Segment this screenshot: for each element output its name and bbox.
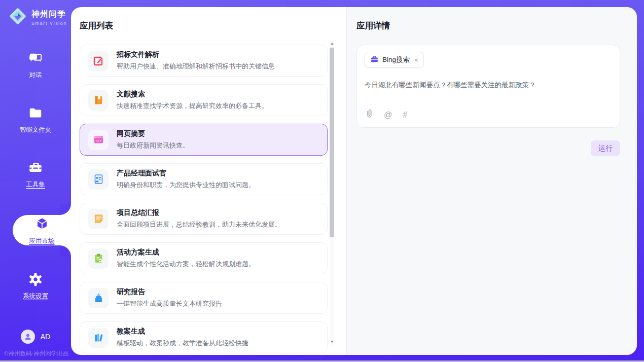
app-card-lesson-plan[interactable]: 教案生成 模板驱动，教案秒成，教学准备从此轻松快捷	[80, 321, 328, 353]
app-card-desc: 快速精准查找学术资源，提高研究效率的必备工具。	[117, 101, 268, 111]
main-content: 应用列表 招标文件解析 帮助用户快速、准确地理解和解析招标书中的关键信息	[71, 7, 637, 355]
webpage-code-icon: </>	[88, 130, 109, 150]
hashtag-icon[interactable]: #	[403, 111, 407, 120]
interview-doc-icon	[88, 169, 109, 190]
user-account[interactable]: AD	[0, 330, 71, 344]
copyright-text: ©神州数码·神州问学出品	[4, 350, 68, 357]
active-curve-bottom	[60, 245, 71, 257]
sidebar-item-label: 智能文件夹	[20, 126, 52, 134]
app-list-panel: 应用列表 招标文件解析 帮助用户快速、准确地理解和解析招标书中的关键信息	[71, 7, 346, 355]
toolbox-icon	[28, 160, 43, 177]
app-card-webpage-summary[interactable]: </> 网页摘要 每日政府新闻资讯快查。	[80, 124, 328, 156]
sidebar-item-label: 应用市场	[29, 237, 55, 245]
app-card-desc: 一键智能生成高质量长文本研究报告	[117, 299, 222, 308]
app-card-name: 项目总结汇报	[117, 208, 281, 218]
sidebar-nav: 对话 智能文件夹	[0, 51, 71, 300]
chip-close-icon[interactable]: ×	[414, 56, 418, 64]
run-row: 运行	[356, 140, 620, 156]
clipboard-check-icon	[88, 248, 109, 269]
brand-diamond-icon	[8, 7, 27, 28]
memo-icon	[88, 209, 109, 229]
sidebar-item-label: 对话	[29, 71, 42, 80]
app-card-name: 研究报告	[117, 287, 222, 297]
user-name: AD	[41, 333, 50, 341]
cube-icon	[34, 215, 50, 233]
app-card-name: 教案生成	[117, 327, 248, 336]
app-card-tender-doc[interactable]: 招标文件解析 帮助用户快速、准确地理解和解析招标书中的关键信息	[80, 45, 328, 77]
app-list: 招标文件解析 帮助用户快速、准确地理解和解析招标书中的关键信息 文献搜索	[80, 45, 328, 353]
app-detail-panel: 应用详情 Bing搜索 × 今日湖北有哪些新闻要点？有哪些需要关注的最新政策？	[346, 7, 637, 355]
scrollbar-up-arrow[interactable]	[330, 41, 334, 47]
app-card-desc: 智能生成个性化活动方案，轻松解决规划难题。	[117, 260, 255, 269]
run-button[interactable]: 运行	[591, 140, 620, 156]
tool-chip-bing-search[interactable]: Bing搜索 ×	[365, 52, 424, 68]
avatar	[21, 330, 35, 344]
app-list-title: 应用列表	[80, 20, 346, 31]
app-card-name: 活动方案生成	[117, 248, 255, 257]
tool-chip-label: Bing搜索	[382, 55, 410, 64]
app-card-name: 招标文件解析	[117, 50, 275, 59]
sidebar-item-smart-folder[interactable]: 智能文件夹	[0, 105, 71, 134]
app-list-scrollbar[interactable]	[330, 41, 334, 345]
chat-icon	[28, 51, 43, 67]
tender-doc-icon	[88, 51, 109, 71]
app-window: 神州问学 Smart Vision 对话	[0, 0, 644, 362]
briefcase-icon	[370, 55, 379, 65]
app-card-desc: 明确身份和职责，为您提供专业性的面试问题。	[117, 180, 255, 190]
app-card-name: 文献搜索	[117, 90, 268, 99]
sidebar-item-settings[interactable]: 系统设置	[0, 272, 71, 300]
folder-icon	[28, 105, 43, 122]
svg-text:</>: </>	[95, 139, 101, 143]
app-card-research-report[interactable]: 研究报告 一键智能生成高质量长文本研究报告	[80, 282, 328, 314]
app-card-name: 网页摘要	[117, 129, 189, 138]
composer-actions: @ #	[366, 109, 407, 121]
app-card-desc: 模板驱动，教案秒成，教学准备从此轻松快捷	[117, 339, 248, 348]
attachment-icon[interactable]	[366, 109, 373, 121]
app-card-pm-interviewer[interactable]: 产品经理面试官 明确身份和职责，为您提供专业性的面试问题。	[80, 163, 328, 195]
brand-logo: 神州问学 Smart Vision	[0, 0, 71, 28]
sidebar-item-app-market[interactable]: 应用市场	[13, 215, 71, 245]
brand-name: 神州问学	[31, 9, 67, 20]
mention-icon[interactable]: @	[384, 111, 392, 120]
app-card-name: 产品经理面试官	[117, 169, 255, 178]
scrollbar-down-arrow[interactable]	[330, 339, 334, 345]
app-card-literature-search[interactable]: 文献搜索 快速精准查找学术资源，提高研究效率的必备工具。	[80, 84, 328, 116]
sidebar-item-label: 工具集	[26, 180, 45, 189]
app-card-project-summary[interactable]: 项目总结汇报 全面回顾项目进展，总结经验教训，助力未来优化发展。	[80, 203, 328, 235]
ink-flask-icon	[88, 288, 109, 308]
sidebar-item-label: 系统设置	[23, 292, 48, 301]
scrollbar-thumb[interactable]	[330, 48, 334, 237]
app-card-desc: 每日政府新闻资讯快查。	[117, 141, 189, 150]
sidebar-item-chat[interactable]: 对话	[0, 51, 71, 79]
book-icon	[88, 90, 109, 111]
app-card-desc: 全面回顾项目进展，总结经验教训，助力未来优化发展。	[117, 220, 281, 229]
query-text[interactable]: 今日湖北有哪些新闻要点？有哪些需要关注的最新政策？	[365, 80, 612, 90]
sidebar: 神州问学 Smart Vision 对话	[0, 0, 71, 362]
sidebar-item-toolset[interactable]: 工具集	[0, 160, 71, 189]
app-card-desc: 帮助用户快速、准确地理解和解析招标书中的关键信息	[117, 62, 275, 71]
app-detail-title: 应用详情	[356, 20, 637, 31]
active-curve-top	[60, 204, 71, 215]
app-card-event-plan[interactable]: 活动方案生成 智能生成个性化活动方案，轻松解决规划难题。	[80, 242, 328, 274]
books-icon	[88, 328, 109, 348]
brand-subtitle: Smart Vision	[31, 21, 67, 26]
gear-icon	[28, 272, 43, 288]
query-input-card[interactable]: Bing搜索 × 今日湖北有哪些新闻要点？有哪些需要关注的最新政策？ @ #	[356, 45, 620, 128]
